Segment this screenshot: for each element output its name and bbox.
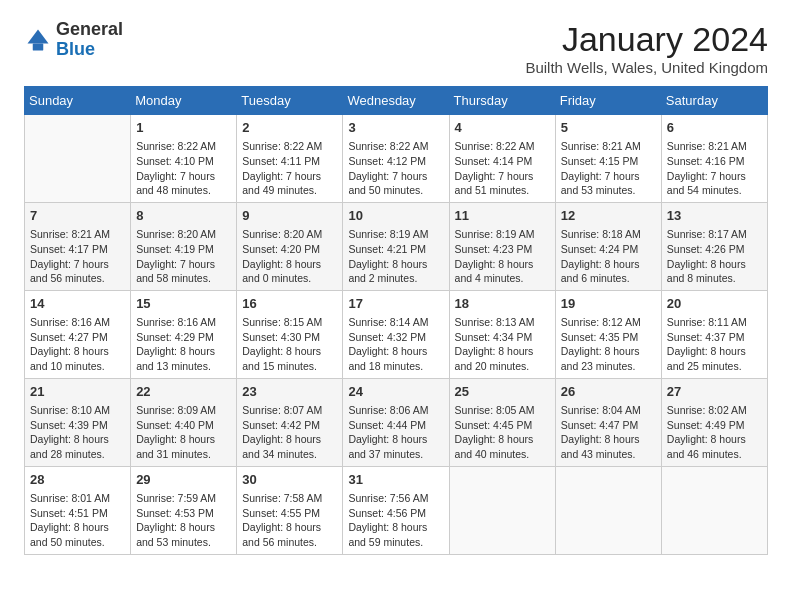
calendar-cell: 11Sunrise: 8:19 AMSunset: 4:23 PMDayligh…: [449, 202, 555, 290]
calendar-cell: 3Sunrise: 8:22 AMSunset: 4:12 PMDaylight…: [343, 115, 449, 203]
calendar-cell: 21Sunrise: 8:10 AMSunset: 4:39 PMDayligh…: [25, 378, 131, 466]
weekday-header-thursday: Thursday: [449, 87, 555, 115]
calendar-cell: 27Sunrise: 8:02 AMSunset: 4:49 PMDayligh…: [661, 378, 767, 466]
day-number: 8: [136, 207, 231, 225]
day-info: Sunrise: 8:18 AMSunset: 4:24 PMDaylight:…: [561, 227, 656, 286]
day-number: 21: [30, 383, 125, 401]
day-info: Sunrise: 8:21 AMSunset: 4:17 PMDaylight:…: [30, 227, 125, 286]
day-number: 19: [561, 295, 656, 313]
calendar-cell: 17Sunrise: 8:14 AMSunset: 4:32 PMDayligh…: [343, 290, 449, 378]
calendar-title: January 2024: [525, 20, 768, 59]
calendar-cell: [555, 466, 661, 554]
day-number: 16: [242, 295, 337, 313]
day-info: Sunrise: 8:12 AMSunset: 4:35 PMDaylight:…: [561, 315, 656, 374]
day-number: 6: [667, 119, 762, 137]
calendar-week-1: 1Sunrise: 8:22 AMSunset: 4:10 PMDaylight…: [25, 115, 768, 203]
day-info: Sunrise: 8:21 AMSunset: 4:15 PMDaylight:…: [561, 139, 656, 198]
calendar-subtitle: Builth Wells, Wales, United Kingdom: [525, 59, 768, 76]
day-number: 23: [242, 383, 337, 401]
day-info: Sunrise: 8:22 AMSunset: 4:14 PMDaylight:…: [455, 139, 550, 198]
day-info: Sunrise: 8:17 AMSunset: 4:26 PMDaylight:…: [667, 227, 762, 286]
weekday-header-saturday: Saturday: [661, 87, 767, 115]
calendar-cell: 5Sunrise: 8:21 AMSunset: 4:15 PMDaylight…: [555, 115, 661, 203]
calendar-cell: 6Sunrise: 8:21 AMSunset: 4:16 PMDaylight…: [661, 115, 767, 203]
day-info: Sunrise: 8:11 AMSunset: 4:37 PMDaylight:…: [667, 315, 762, 374]
calendar-cell: 23Sunrise: 8:07 AMSunset: 4:42 PMDayligh…: [237, 378, 343, 466]
day-number: 14: [30, 295, 125, 313]
calendar-week-5: 28Sunrise: 8:01 AMSunset: 4:51 PMDayligh…: [25, 466, 768, 554]
day-number: 7: [30, 207, 125, 225]
calendar-week-3: 14Sunrise: 8:16 AMSunset: 4:27 PMDayligh…: [25, 290, 768, 378]
calendar-cell: 20Sunrise: 8:11 AMSunset: 4:37 PMDayligh…: [661, 290, 767, 378]
day-number: 30: [242, 471, 337, 489]
calendar-cell: 14Sunrise: 8:16 AMSunset: 4:27 PMDayligh…: [25, 290, 131, 378]
day-number: 18: [455, 295, 550, 313]
logo-icon: [24, 26, 52, 54]
day-number: 12: [561, 207, 656, 225]
calendar-cell: [449, 466, 555, 554]
calendar-cell: 1Sunrise: 8:22 AMSunset: 4:10 PMDaylight…: [131, 115, 237, 203]
day-number: 2: [242, 119, 337, 137]
day-info: Sunrise: 7:56 AMSunset: 4:56 PMDaylight:…: [348, 491, 443, 550]
weekday-header-wednesday: Wednesday: [343, 87, 449, 115]
page-header: General Blue January 2024 Builth Wells, …: [24, 20, 768, 76]
calendar-cell: 16Sunrise: 8:15 AMSunset: 4:30 PMDayligh…: [237, 290, 343, 378]
calendar-cell: 8Sunrise: 8:20 AMSunset: 4:19 PMDaylight…: [131, 202, 237, 290]
day-info: Sunrise: 8:22 AMSunset: 4:11 PMDaylight:…: [242, 139, 337, 198]
calendar-cell: 25Sunrise: 8:05 AMSunset: 4:45 PMDayligh…: [449, 378, 555, 466]
day-info: Sunrise: 8:16 AMSunset: 4:29 PMDaylight:…: [136, 315, 231, 374]
day-info: Sunrise: 8:16 AMSunset: 4:27 PMDaylight:…: [30, 315, 125, 374]
day-number: 11: [455, 207, 550, 225]
calendar-cell: 10Sunrise: 8:19 AMSunset: 4:21 PMDayligh…: [343, 202, 449, 290]
day-info: Sunrise: 8:13 AMSunset: 4:34 PMDaylight:…: [455, 315, 550, 374]
day-number: 10: [348, 207, 443, 225]
day-info: Sunrise: 8:09 AMSunset: 4:40 PMDaylight:…: [136, 403, 231, 462]
day-number: 15: [136, 295, 231, 313]
day-number: 20: [667, 295, 762, 313]
day-number: 22: [136, 383, 231, 401]
day-number: 5: [561, 119, 656, 137]
calendar-cell: 2Sunrise: 8:22 AMSunset: 4:11 PMDaylight…: [237, 115, 343, 203]
svg-rect-1: [33, 43, 44, 50]
day-info: Sunrise: 7:59 AMSunset: 4:53 PMDaylight:…: [136, 491, 231, 550]
calendar-cell: 4Sunrise: 8:22 AMSunset: 4:14 PMDaylight…: [449, 115, 555, 203]
day-number: 1: [136, 119, 231, 137]
calendar-cell: 22Sunrise: 8:09 AMSunset: 4:40 PMDayligh…: [131, 378, 237, 466]
day-info: Sunrise: 8:14 AMSunset: 4:32 PMDaylight:…: [348, 315, 443, 374]
day-info: Sunrise: 8:20 AMSunset: 4:20 PMDaylight:…: [242, 227, 337, 286]
day-number: 24: [348, 383, 443, 401]
day-number: 26: [561, 383, 656, 401]
day-info: Sunrise: 8:06 AMSunset: 4:44 PMDaylight:…: [348, 403, 443, 462]
calendar-cell: 30Sunrise: 7:58 AMSunset: 4:55 PMDayligh…: [237, 466, 343, 554]
weekday-header-sunday: Sunday: [25, 87, 131, 115]
calendar-cell: 7Sunrise: 8:21 AMSunset: 4:17 PMDaylight…: [25, 202, 131, 290]
day-info: Sunrise: 8:19 AMSunset: 4:21 PMDaylight:…: [348, 227, 443, 286]
day-number: 9: [242, 207, 337, 225]
calendar-cell: 15Sunrise: 8:16 AMSunset: 4:29 PMDayligh…: [131, 290, 237, 378]
day-info: Sunrise: 8:22 AMSunset: 4:10 PMDaylight:…: [136, 139, 231, 198]
calendar-cell: [661, 466, 767, 554]
logo-blue-text: Blue: [56, 39, 95, 59]
calendar-cell: [25, 115, 131, 203]
calendar-week-2: 7Sunrise: 8:21 AMSunset: 4:17 PMDaylight…: [25, 202, 768, 290]
day-info: Sunrise: 8:01 AMSunset: 4:51 PMDaylight:…: [30, 491, 125, 550]
day-number: 3: [348, 119, 443, 137]
day-info: Sunrise: 7:58 AMSunset: 4:55 PMDaylight:…: [242, 491, 337, 550]
logo: General Blue: [24, 20, 123, 60]
day-number: 29: [136, 471, 231, 489]
calendar-cell: 13Sunrise: 8:17 AMSunset: 4:26 PMDayligh…: [661, 202, 767, 290]
day-number: 17: [348, 295, 443, 313]
calendar-cell: 9Sunrise: 8:20 AMSunset: 4:20 PMDaylight…: [237, 202, 343, 290]
weekday-header-row: SundayMondayTuesdayWednesdayThursdayFrid…: [25, 87, 768, 115]
weekday-header-friday: Friday: [555, 87, 661, 115]
logo-general-text: General: [56, 19, 123, 39]
calendar-cell: 29Sunrise: 7:59 AMSunset: 4:53 PMDayligh…: [131, 466, 237, 554]
day-number: 31: [348, 471, 443, 489]
calendar-table: SundayMondayTuesdayWednesdayThursdayFrid…: [24, 86, 768, 555]
day-info: Sunrise: 8:04 AMSunset: 4:47 PMDaylight:…: [561, 403, 656, 462]
calendar-cell: 24Sunrise: 8:06 AMSunset: 4:44 PMDayligh…: [343, 378, 449, 466]
day-number: 25: [455, 383, 550, 401]
calendar-week-4: 21Sunrise: 8:10 AMSunset: 4:39 PMDayligh…: [25, 378, 768, 466]
title-area: January 2024 Builth Wells, Wales, United…: [525, 20, 768, 76]
calendar-cell: 28Sunrise: 8:01 AMSunset: 4:51 PMDayligh…: [25, 466, 131, 554]
